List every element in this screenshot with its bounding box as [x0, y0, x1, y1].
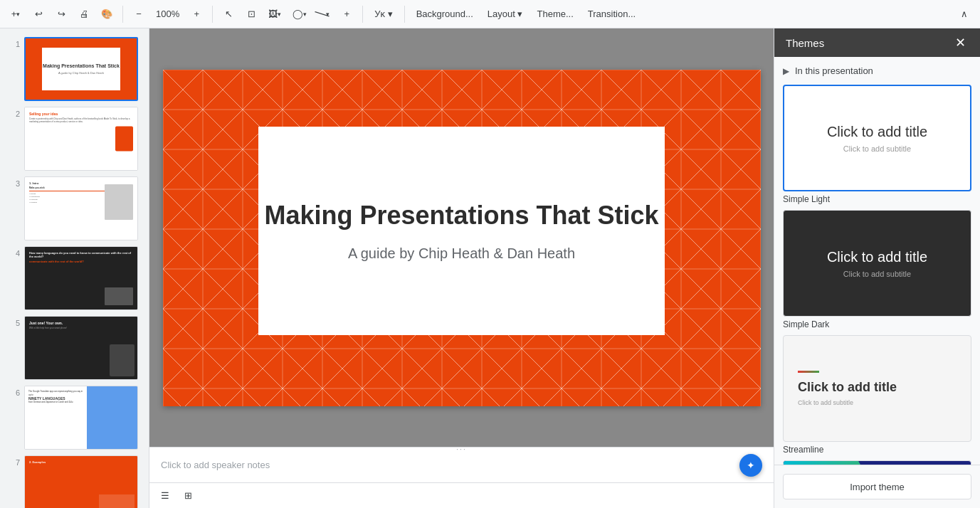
font-label: Уκ ▾ — [374, 9, 392, 19]
theme-card-streamline[interactable]: Click to add title Click to add subtitle… — [783, 335, 971, 455]
import-theme-button[interactable]: Import theme — [783, 474, 971, 499]
slide-thumb-highlight: communicate with the rest of the world? — [29, 260, 133, 263]
zoom-value-button[interactable]: 100% — [152, 4, 184, 24]
layout-button[interactable]: Layout ▾ — [482, 4, 529, 24]
slide-item[interactable]: 5 Just one! Your own. With a little help… — [0, 313, 149, 383]
slide-thumbnail[interactable]: How many languages do you need to know t… — [24, 246, 138, 310]
theme-preview-simple-light[interactable]: Click to add title Click to add subtitle — [783, 85, 971, 191]
divider-1 — [122, 6, 123, 23]
slide-thumb-title: Selling your idea — [29, 112, 133, 116]
more-icon: + — [344, 9, 349, 19]
divider-2 — [212, 6, 213, 23]
theme-preview-title: Click to add title — [798, 380, 897, 395]
slide-thumb-image — [105, 184, 133, 220]
add-button[interactable]: + ▾ — [6, 4, 26, 24]
image-button[interactable]: 🖼 ▾ — [264, 4, 285, 24]
list-view-icon: ☰ — [161, 490, 169, 501]
theme-preview-subtitle: Click to add subtitle — [843, 270, 911, 278]
shape-button[interactable]: ◯ ▾ — [288, 4, 311, 24]
toolbar: + ▾ ↩ ↪ 🖨 🎨 − 100% + ↖ ⊡ 🖼 ▾ ◯ ▾ ╲ ▾ + — [0, 0, 980, 28]
redo-icon: ↪ — [58, 9, 65, 19]
themes-title: Themes — [786, 37, 824, 49]
slide-main-title[interactable]: Making Presentations That Stick — [264, 200, 658, 231]
theme-card-simple-light[interactable]: Click to add title Click to add subtitle… — [783, 85, 971, 204]
slide-thumbnail[interactable]: 1. Intro Make-you-stick • Simple• Unexpe… — [24, 176, 138, 240]
slide-thumb-title: 2. Examples — [29, 460, 133, 464]
themes-close-button[interactable]: ✕ — [952, 34, 969, 51]
slide-thumbnail[interactable]: The Google Translate app can repeat anyt… — [24, 386, 138, 450]
speaker-notes[interactable]: ··· Click to add speaker notes ✦ — [149, 447, 774, 482]
divider-3 — [362, 6, 363, 23]
layout-label: Layout ▾ — [488, 9, 523, 19]
background-button[interactable]: Background... — [411, 4, 479, 24]
cursor-icon: ↖ — [225, 9, 233, 19]
speaker-notes-placeholder: Click to add speaker notes — [161, 460, 270, 470]
theme-streamline-accent — [798, 371, 819, 373]
slide-thumb-subtitle: A guide by Chip Heath & Dan Heath — [58, 71, 104, 75]
slide-thumbnail[interactable]: Making Presentations That Stick A guide … — [24, 37, 138, 101]
list-view-button[interactable]: ☰ — [155, 486, 175, 506]
slide-content-area[interactable]: Making Presentations That Stick A guide … — [258, 127, 665, 335]
print-button[interactable]: 🖨 — [74, 4, 94, 24]
smart-compose-button[interactable]: ✦ — [739, 454, 762, 477]
theme-button[interactable]: Theme... — [532, 4, 579, 24]
slide-thumbnail[interactable]: Just one! Your own. With a little help f… — [24, 316, 138, 380]
slide-item[interactable]: 7 2. Examples — [0, 453, 149, 508]
paint-format-icon: 🎨 — [101, 9, 112, 19]
more-button[interactable]: + — [337, 4, 357, 24]
theme-preview-title: Click to add title — [827, 124, 927, 140]
image-icon: 🖼 — [268, 9, 278, 19]
transition-button[interactable]: Transition... — [582, 4, 641, 24]
grid-view-button[interactable]: ⊞ — [178, 486, 198, 506]
line-button[interactable]: ╲ ▾ — [314, 4, 334, 24]
themes-content: ▶ In this presentation Click to add titl… — [774, 57, 980, 465]
undo-button[interactable]: ↩ — [28, 4, 48, 24]
grid-view-icon: ⊞ — [184, 490, 192, 501]
background-label: Background... — [416, 9, 473, 19]
collapse-panel-button[interactable]: ∧ — [954, 4, 974, 24]
slide-thumb-content: Create a partnership with Chip and Dan H… — [29, 117, 133, 123]
slide-item[interactable]: 2 Selling your idea Create a partnership… — [0, 104, 149, 174]
theme-preview-streamline[interactable]: Click to add title Click to add subtitle — [783, 335, 971, 442]
slide-number: 4 — [6, 249, 20, 258]
theme-preview-simple-dark[interactable]: Click to add title Click to add subtitle — [783, 210, 971, 317]
slide-item[interactable]: 3 1. Intro Make-you-stick • Simple• Unex… — [0, 174, 149, 243]
slide-thumb-text2: from German and Japanese to Czech and Zu… — [28, 401, 83, 403]
slide-item[interactable]: 4 How many languages do you need to know… — [0, 243, 149, 313]
add-dropdown-icon: ▾ — [16, 11, 20, 18]
slides-panel: 1 Making Presentations That Stick A guid… — [0, 28, 149, 508]
slide-thumb-divider — [29, 191, 112, 191]
slide-number: 5 — [6, 319, 20, 327]
zoom-in-icon: + — [194, 9, 199, 19]
slide-item[interactable]: 1 Making Presentations That Stick A guid… — [0, 34, 149, 104]
zoom-out-button[interactable]: − — [129, 4, 149, 24]
theme-card-simple-dark[interactable]: Click to add title Click to add subtitle… — [783, 210, 971, 329]
theme-card-fourth[interactable]: Click to add title — [783, 460, 971, 465]
slide-thumb-image — [87, 386, 137, 449]
text-box-button[interactable]: ⊡ — [241, 4, 261, 24]
bottom-left-controls: ☰ ⊞ — [155, 486, 198, 506]
themes-section-header[interactable]: ▶ In this presentation — [783, 65, 971, 76]
add-icon: + — [11, 9, 17, 19]
transition-label: Transition... — [588, 9, 636, 19]
slide-canvas[interactable]: Making Presentations That Stick A guide … — [163, 70, 761, 406]
redo-button[interactable]: ↪ — [51, 4, 71, 24]
slide-thumbnail[interactable]: 2. Examples — [24, 455, 138, 508]
notes-dots-icon: ··· — [456, 445, 466, 453]
theme-preview-fourth[interactable]: Click to add title — [783, 460, 971, 465]
chevron-right-icon: ▶ — [783, 66, 789, 76]
theme-preview-title: Click to add title — [827, 249, 927, 265]
slide-item[interactable]: 6 The Google Translate app can repeat an… — [0, 383, 149, 453]
slide-thumb-subtitle: With a little help from your smart phone… — [29, 327, 133, 329]
select-tool-button[interactable]: ↖ — [218, 4, 238, 24]
notes-resize-handle[interactable]: ··· — [149, 448, 774, 450]
themes-header: Themes ✕ — [774, 28, 980, 57]
font-button[interactable]: Уκ ▾ — [369, 4, 398, 24]
slide-thumbnail[interactable]: Selling your idea Create a partnership w… — [24, 107, 138, 171]
canvas-scroll[interactable]: Making Presentations That Stick A guide … — [149, 28, 774, 447]
slide-number: 3 — [6, 179, 20, 188]
undo-icon: ↩ — [35, 9, 43, 19]
paint-format-button[interactable]: 🎨 — [97, 4, 117, 24]
zoom-in-button[interactable]: + — [186, 4, 206, 24]
slide-subtitle[interactable]: A guide by Chip Heath & Dan Heath — [348, 245, 575, 262]
